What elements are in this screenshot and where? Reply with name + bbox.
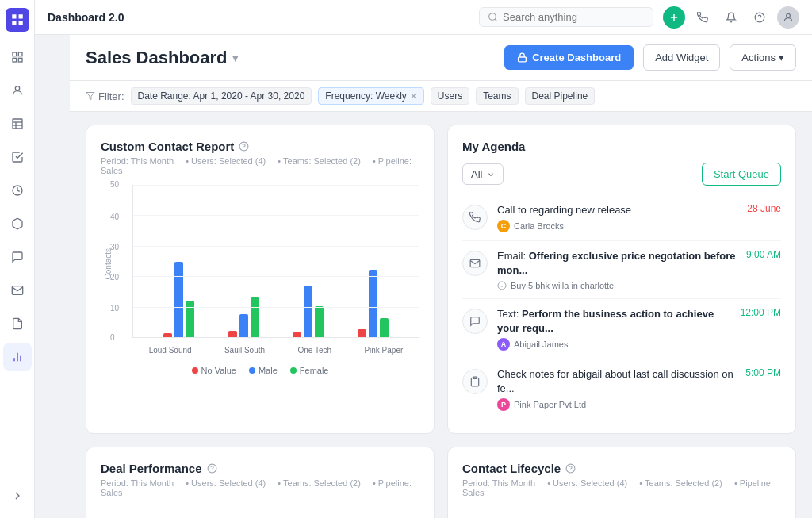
sidebar-item-table[interactable] [3,109,32,138]
sidebar-item-chat[interactable] [3,243,32,271]
user-avatar[interactable] [777,6,799,29]
person-avatar: C [497,220,510,232]
bar-group-sauil-south [228,297,259,337]
agenda-item-call: Call to regarding new release C Carla Br… [462,195,781,241]
agenda-item-email-content: Email: Offering exclusive price negotati… [497,249,737,290]
chart-legend: No Value Male Female [101,366,419,375]
sidebar-item-reports[interactable] [3,309,32,338]
contact-lifecycle-subtitle: Period: This Month • Users: Selected (4)… [462,478,781,497]
agenda-item-text-title: Text: Perform the business action to ach… [497,307,731,336]
sidebar-item-box[interactable] [3,209,32,238]
filter-tag-frequency[interactable]: Frequency: Weekly ✕ [318,87,424,105]
filter-tag-pipeline[interactable]: Deal Pipeline [525,87,596,105]
person-avatar: A [497,338,510,351]
agenda-item-text: Text: Perform the business action to ach… [462,299,781,359]
bar-group-one-tech [293,286,324,337]
bar-no-value [228,331,237,337]
chevron-down-icon [487,171,495,178]
help-circle-icon [239,141,249,152]
actions-button[interactable]: Actions ▾ [730,44,796,71]
sidebar-item-grid[interactable] [3,43,32,71]
agenda-item-call-title: Call to regarding new release [497,203,737,217]
x-label-one-tech: One Tech [297,346,331,355]
sidebar-item-analytics[interactable] [3,343,32,371]
bar-male [369,270,377,337]
page-header: Sales Dashboard ▾ Create Dashboard Add W… [70,35,812,81]
filter-tag-date[interactable]: Date Range: Apr 1, 2020 - Apr 30, 2020 [131,87,312,105]
chart-area: 50 40 30 20 10 0 [132,185,419,337]
filter-icon [86,91,95,101]
filter-remove-frequency[interactable]: ✕ [410,91,417,102]
agenda-item-email-person: Buy 5 bhk willa in charlotte [497,281,737,290]
main-content: Sales Dashboard ▾ Create Dashboard Add W… [70,35,812,518]
bell-icon[interactable] [720,6,742,29]
filter-label: Filter: [86,90,124,102]
phone-icon[interactable] [691,6,714,29]
sidebar-item-more[interactable] [3,482,32,510]
search-input[interactable] [503,11,630,23]
sidebar-item-sales[interactable] [3,176,32,205]
my-agenda-card: My Agenda All Start Queue Call to regard… [447,125,796,434]
person-avatar: P [497,398,510,411]
search-icon [488,12,498,22]
agenda-filter-dropdown[interactable]: All [462,163,504,185]
contact-lifecycle-bottom-label: 50 [462,507,781,518]
deal-performance-subtitle: Period: This Month • Users: Selected (4)… [101,478,419,497]
agenda-item-call-content: Call to regarding new release C Carla Br… [497,203,737,232]
agenda-item-clipboard-time: 5:00 PM [745,367,781,378]
create-dashboard-button[interactable]: Create Dashboard [504,45,634,70]
search-box[interactable] [479,7,653,27]
filter-tag-users[interactable]: Users [431,87,469,105]
agenda-item-clipboard: Check notes for abigail about last call … [462,359,781,419]
topbar-icons [663,6,799,29]
topbar-title: Dashboard 2.0 [48,11,469,24]
help-circle-icon [207,463,217,474]
help-icon[interactable] [749,6,771,29]
bar-group-loud-sound [163,262,194,337]
svg-point-4 [15,86,19,90]
x-label-loud-sound: Loud Sound [149,346,192,355]
agenda-item-text-content: Text: Perform the business action to ach… [497,307,731,351]
agenda-item-text-person: A Abigail James [497,338,731,351]
contact-lifecycle-card: Contact Lifecycle Period: This Month • U… [447,447,796,518]
phone-agenda-icon [462,205,488,230]
svg-rect-1 [18,52,22,56]
topbar: Dashboard 2.0 [35,0,812,35]
app-logo[interactable] [6,8,29,32]
info-circle-icon [497,281,507,290]
filter-bar: Filter: Date Range: Apr 1, 2020 - Apr 30… [70,81,812,112]
sidebar-item-mail[interactable] [3,276,32,305]
add-widget-button[interactable]: Add Widget [643,44,720,71]
svg-rect-20 [519,57,527,62]
bar-no-value [358,329,366,337]
bar-female [380,318,389,337]
my-agenda-title: My Agenda [462,140,781,153]
custom-contact-report-subtitle: Period: This Month • Users: Selected (4)… [101,156,419,175]
svg-rect-5 [13,119,22,129]
agenda-items: Call to regarding new release C Carla Br… [462,195,781,419]
sidebar [0,0,35,518]
deal-performance-title: Deal Performance [101,462,419,475]
start-queue-button[interactable]: Start Queue [702,163,781,186]
agenda-item-clipboard-title: Check notes for abigail about last call … [497,367,736,396]
agenda-header: All Start Queue [462,163,781,186]
agenda-item-clipboard-content: Check notes for abigail about last call … [497,367,736,411]
agenda-item-email-time: 9:00 AM [746,249,781,260]
sidebar-item-tasks[interactable] [3,143,32,171]
agenda-item-text-time: 12:00 PM [741,307,781,318]
page-title-chevron: ▾ [232,52,238,64]
svg-marker-21 [86,93,94,100]
filter-tag-teams[interactable]: Teams [476,87,518,105]
legend-no-value: No Value [192,366,236,375]
lock-icon [517,52,527,63]
agenda-item-clipboard-person: P Pink Paper Pvt Ltd [497,398,736,411]
agenda-item-call-time: 28 June [747,203,781,214]
svg-rect-27 [473,377,477,378]
help-circle-icon [565,463,576,474]
chat-agenda-icon [462,309,488,334]
add-icon[interactable] [663,6,685,29]
bar-female [251,297,259,337]
page-title: Sales Dashboard ▾ [86,48,238,68]
sidebar-item-user[interactable] [3,76,32,105]
svg-line-14 [495,19,496,21]
